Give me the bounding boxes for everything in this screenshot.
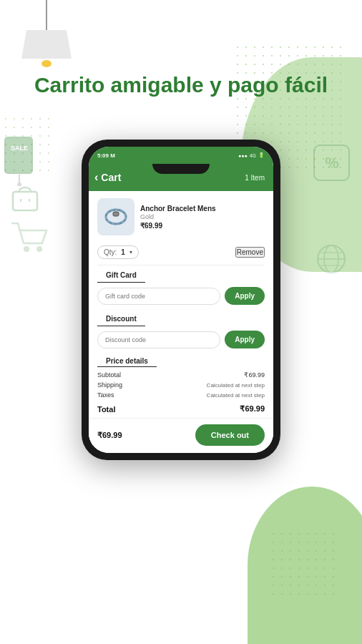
svg-point-7	[24, 246, 29, 252]
taxes-row: Taxes Calculated at next step	[97, 391, 265, 399]
taxes-value: Calculated at next step	[207, 392, 265, 399]
product-image	[97, 198, 134, 235]
app-content: ‹ Cart 1 Item	[89, 164, 273, 453]
gift-card-apply-button[interactable]: Apply	[225, 287, 265, 305]
price-details-section: Price details Subtotal ₹69.99 Shipping C…	[89, 353, 273, 418]
phone-screen: 5:09 M ●●● 4G 🔋 ‹ Cart 1 Item	[89, 147, 273, 453]
product-name: Anchor Bracelet Mens	[140, 205, 265, 213]
product-info: Anchor Bracelet Mens Gold ₹69.99	[140, 205, 265, 230]
lamp-shade	[21, 30, 72, 59]
svg-point-8	[36, 246, 42, 252]
discount-apply-button[interactable]: Apply	[225, 331, 265, 348]
shipping-label: Shipping	[97, 381, 122, 389]
svg-text:%: %	[325, 154, 339, 172]
product-variant: Gold	[140, 213, 265, 220]
price-details-rows: Subtotal ₹69.99 Shipping Calculated at n…	[89, 367, 273, 418]
lamp-bulb	[41, 60, 52, 67]
phone-notch	[152, 164, 210, 174]
svg-rect-18	[113, 212, 119, 216]
qty-selector[interactable]: Qty: 1 ▾	[97, 245, 139, 259]
subtotal-label: Subtotal	[97, 371, 121, 379]
subtotal-value: ₹69.99	[244, 371, 265, 379]
page-headline: Carrito amigable y pago fácil	[29, 72, 333, 99]
product-image-svg	[102, 203, 130, 231]
product-section: Anchor Bracelet Mens Gold ₹69.99	[89, 191, 273, 243]
qty-chevron-icon: ▾	[129, 249, 132, 255]
lamp	[21, 0, 72, 67]
bottom-bar: ₹69.99 Check out	[89, 418, 273, 453]
discount-section: Discount Apply	[89, 309, 273, 353]
globe-icon	[315, 243, 348, 275]
cart-item-count: 1 Item	[245, 174, 265, 182]
shipping-value: Calculated at next step	[207, 382, 265, 389]
qty-label: Qty:	[104, 248, 117, 256]
back-button[interactable]: ‹	[94, 171, 98, 184]
svg-text:SALE: SALE	[11, 145, 28, 152]
bottom-price: ₹69.99	[97, 431, 122, 440]
svg-rect-4	[13, 192, 37, 210]
total-label: Total	[97, 405, 115, 414]
cart-title: Cart	[101, 172, 121, 183]
headline-section: Carrito amigable y pago fácil	[0, 72, 362, 99]
subtotal-row: Subtotal ₹69.99	[97, 371, 265, 379]
price-details-label: Price details	[97, 353, 157, 367]
gift-card-label: Gift Card	[97, 265, 145, 283]
status-right: ●●● 4G 🔋	[238, 152, 265, 158]
shopping-bag-icon	[7, 179, 43, 215]
gift-card-section: Gift Card Apply	[89, 265, 273, 309]
qty-remove-row: Qty: 1 ▾ Remove	[89, 243, 273, 265]
shipping-row: Shipping Calculated at next step	[97, 381, 265, 389]
gift-card-input-row: Apply	[89, 283, 273, 309]
bg-dots-bottom	[269, 530, 341, 601]
status-signal-icon: ●●●	[238, 153, 248, 158]
cart-header-left: ‹ Cart	[94, 171, 121, 184]
cart-deco-icon	[11, 222, 50, 254]
remove-button[interactable]: Remove	[235, 247, 265, 258]
total-value: ₹69.99	[240, 404, 265, 414]
phone-outer: 5:09 M ●●● 4G 🔋 ‹ Cart 1 Item	[82, 140, 280, 460]
discount-input-row: Apply	[89, 326, 273, 353]
checkout-button[interactable]: Check out	[195, 424, 265, 446]
lamp-wire	[46, 0, 47, 30]
product-price: ₹69.99	[140, 222, 265, 230]
svg-rect-0	[5, 137, 32, 173]
percent-icon: %	[312, 143, 351, 182]
phone-mockup: 5:09 M ●●● 4G 🔋 ‹ Cart 1 Item	[82, 140, 280, 460]
taxes-label: Taxes	[97, 391, 114, 399]
total-row: Total ₹69.99	[97, 401, 265, 414]
discount-input[interactable]	[97, 331, 220, 348]
status-network-icon: 4G	[250, 153, 256, 158]
gift-card-input[interactable]	[97, 288, 220, 305]
discount-label: Discount	[97, 309, 145, 326]
status-battery-icon: 🔋	[258, 152, 265, 158]
qty-value: 1	[121, 248, 125, 256]
status-time: 5:09 M	[97, 152, 115, 159]
status-bar: 5:09 M ●●● 4G 🔋	[89, 147, 273, 164]
